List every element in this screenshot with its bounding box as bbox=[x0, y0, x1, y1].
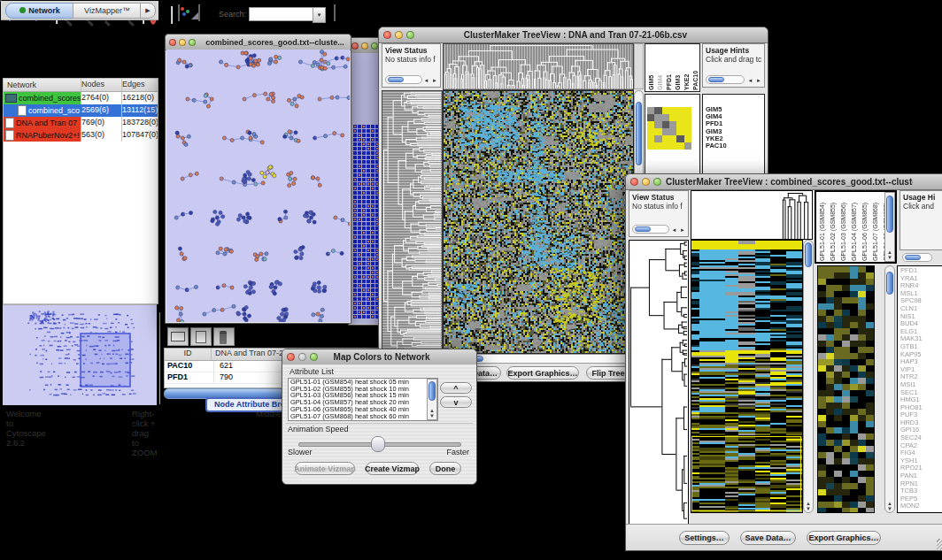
tv1-matrix-cell[interactable] bbox=[654, 135, 661, 142]
tv2-gene-list-panel[interactable]: PFD1YRA1RNR4MSL1SPC98CLN1NIS1BUD4ELG1MAK… bbox=[897, 265, 942, 513]
tv2-rowdendro-canvas[interactable] bbox=[629, 241, 688, 525]
tv1-matrix-cell[interactable] bbox=[662, 114, 669, 121]
attribute-list-item[interactable]: GPL51-07 (GSM868) heat shock 60 min bbox=[289, 413, 437, 420]
frame2-zoom-button[interactable] bbox=[371, 42, 378, 50]
tv1-matrix-cell[interactable] bbox=[676, 128, 683, 135]
dialog-titlebar[interactable]: Map Colors to Network bbox=[282, 349, 476, 365]
attribute-list-vscrollbar[interactable]: ▲▼ bbox=[427, 379, 437, 420]
tv1-export-graphics-button[interactable]: Export Graphics… bbox=[506, 366, 579, 380]
animate-vizmap-button[interactable]: Animate Vizmap bbox=[295, 462, 355, 475]
dialog-minimize-button[interactable] bbox=[298, 353, 306, 361]
tv1-matrix-cell[interactable] bbox=[647, 142, 654, 150]
tv1-matrix-cell[interactable] bbox=[647, 121, 654, 128]
tv1-matrix-cell[interactable] bbox=[684, 107, 691, 114]
tv1-matrix-cell[interactable] bbox=[669, 121, 676, 128]
tv2-settings-button[interactable]: Settings… bbox=[679, 531, 730, 545]
tv1-hints-scroll-arrows-icon[interactable]: ◄ ► bbox=[747, 78, 762, 83]
tv2-minimize-button[interactable] bbox=[642, 178, 650, 186]
tv1-matrix-cell[interactable] bbox=[647, 135, 654, 142]
create-vizmap-button[interactable]: Create Vizmap bbox=[366, 462, 419, 475]
network-table-row[interactable]: RNAPuberNov2+! 563(0) 107847(0) bbox=[4, 129, 158, 142]
tv2-status-scrollbar[interactable] bbox=[632, 225, 669, 234]
search-input[interactable] bbox=[249, 7, 316, 21]
tv1-matrix-cell[interactable] bbox=[647, 107, 654, 114]
tv2-zoom-button[interactable] bbox=[653, 178, 661, 186]
attr-col-id[interactable]: ID bbox=[165, 349, 212, 360]
treeview2-titlebar[interactable]: ClusterMaker TreeView : combined_scores_… bbox=[626, 174, 942, 190]
tv1-matrix-cell[interactable] bbox=[654, 114, 661, 121]
network-table-header[interactable]: Network Nodes Edges bbox=[4, 79, 158, 92]
frame2-close-button[interactable] bbox=[351, 42, 359, 50]
tv1-matrix-cell[interactable] bbox=[684, 114, 691, 121]
tv1-status-scroll-arrows-icon[interactable]: ◄ ► bbox=[423, 78, 438, 83]
tv1-status-scrollbar[interactable] bbox=[385, 75, 422, 84]
tab-overflow-arrow[interactable]: ▶ bbox=[140, 3, 156, 19]
treeview1-titlebar[interactable]: ClusterMaker TreeView : DNA and Tran 07-… bbox=[379, 27, 768, 43]
dialog-zoom-button[interactable] bbox=[310, 353, 318, 361]
speed-slider-thumb[interactable] bbox=[371, 436, 385, 452]
tv1-matrix-cell[interactable] bbox=[684, 121, 691, 128]
tv2-heatmap-canvas[interactable] bbox=[691, 241, 802, 512]
new-attribute-icon[interactable] bbox=[190, 327, 212, 346]
dialog-close-button[interactable] bbox=[287, 353, 295, 361]
tv2-export-graphics-button[interactable]: Export Graphics… bbox=[807, 531, 881, 545]
tv1-matrix-cell[interactable] bbox=[662, 128, 669, 135]
tv1-matrix-cell[interactable] bbox=[669, 142, 676, 150]
tv1-matrix-cell[interactable] bbox=[684, 142, 691, 150]
birdseye-canvas[interactable] bbox=[3, 305, 157, 405]
tv1-matrix-cell[interactable] bbox=[669, 114, 676, 121]
tv1-matrix-cell[interactable] bbox=[676, 121, 683, 128]
tv1-matrix-cell[interactable] bbox=[669, 107, 676, 114]
netframe-zoom-button[interactable] bbox=[189, 39, 196, 46]
tv1-matrix-cell[interactable] bbox=[662, 142, 669, 150]
tv1-matrix-cell[interactable] bbox=[676, 107, 683, 114]
tv1-matrix-cell[interactable] bbox=[654, 128, 661, 135]
tv2-zoom-vscrollbar[interactable]: ▲▼ bbox=[884, 265, 895, 513]
tv1-column-labels-panel[interactable]: GIM5GIM4PFD1GIM3YKE2PAC10 bbox=[645, 43, 700, 92]
network-table-row[interactable]: combined_sco 2569(6) 13112(15) bbox=[4, 104, 158, 117]
tv1-matrix-cell[interactable] bbox=[676, 142, 683, 150]
import-table-icon[interactable] bbox=[330, 5, 350, 25]
tv1-minimize-button[interactable] bbox=[395, 31, 403, 39]
table-mode-icon[interactable] bbox=[167, 327, 189, 346]
netframe-minimize-button[interactable] bbox=[179, 39, 186, 46]
network-table-row[interactable]: combined_scores 2764(0) 16218(0) bbox=[4, 92, 158, 104]
move-attribute-up-button[interactable]: ^ bbox=[440, 382, 472, 394]
tv1-matrix-cell[interactable] bbox=[662, 107, 669, 114]
tab-vizmapper[interactable]: VizMapper™ bbox=[73, 3, 142, 19]
tv1-matrix-cell[interactable] bbox=[684, 135, 691, 142]
move-attribute-down-button[interactable]: v bbox=[440, 396, 472, 408]
tv1-matrix-cell[interactable] bbox=[669, 135, 676, 142]
netframe-close-button[interactable] bbox=[169, 39, 176, 46]
tv1-matrix-cell[interactable] bbox=[676, 135, 683, 142]
tv1-zoom-button[interactable] bbox=[406, 31, 414, 39]
tab-network[interactable]: Network bbox=[5, 3, 74, 19]
tv1-matrix-cell[interactable] bbox=[647, 128, 654, 135]
done-button[interactable]: Done bbox=[429, 462, 461, 475]
tv2-close-button[interactable] bbox=[630, 178, 638, 186]
annotation-icon[interactable] bbox=[196, 5, 215, 25]
tv1-matrix-cell[interactable] bbox=[662, 121, 669, 128]
tv1-matrix-cell[interactable] bbox=[654, 121, 661, 128]
tv2-zoomheat-canvas[interactable] bbox=[818, 266, 874, 512]
delete-attribute-trash-icon[interactable] bbox=[213, 327, 235, 346]
tv1-coldendro-canvas[interactable] bbox=[444, 44, 633, 89]
network-canvas[interactable] bbox=[166, 50, 350, 322]
network-frame-titlebar[interactable]: combined_scores_good.txt--cluste... bbox=[166, 35, 351, 50]
tv1-zoom-matrix[interactable] bbox=[647, 107, 691, 150]
tv2-column-labels-panel[interactable]: GPL51-01 (GSM854)GPL51-02 (GSM855)GPL51-… bbox=[815, 190, 897, 264]
tv1-matrix-cell[interactable] bbox=[647, 114, 654, 121]
tv2-coldendro-canvas[interactable] bbox=[691, 191, 812, 239]
tv1-close-button[interactable] bbox=[383, 31, 391, 39]
tv1-hints-scrollbar[interactable] bbox=[706, 75, 745, 84]
tv2-save-data-button[interactable]: Save Data… bbox=[740, 531, 796, 545]
tv2-heatmap-vscrollbar[interactable]: ▲▼ bbox=[803, 240, 814, 513]
tv1-matrix-cell[interactable] bbox=[654, 142, 661, 150]
tv2-hints-scrollbar[interactable] bbox=[902, 253, 932, 262]
tv1-matrix-cell[interactable] bbox=[684, 128, 691, 135]
frame2-minimize-button[interactable] bbox=[361, 42, 368, 50]
tv1-matrix-cell[interactable] bbox=[676, 114, 683, 121]
tv1-matrix-cell[interactable] bbox=[654, 107, 661, 114]
tv1-matrix-cell[interactable] bbox=[669, 128, 676, 135]
tv1-rowdendro-canvas[interactable] bbox=[382, 91, 442, 353]
